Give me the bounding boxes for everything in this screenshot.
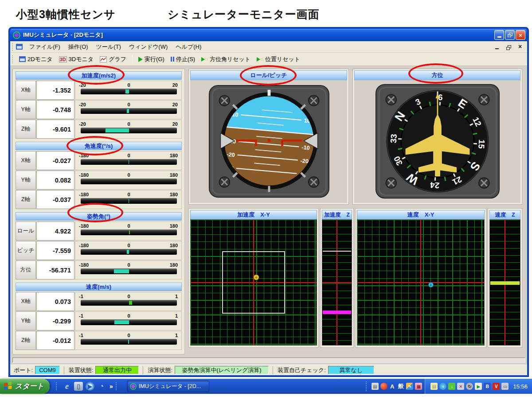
menubar-grip — [12, 43, 14, 51]
menu-tools[interactable]: ツール(T) — [92, 42, 125, 52]
menu-help[interactable]: ヘルプ(H) — [172, 42, 205, 52]
velocity-xy-plot: 速度 X-Y + — [355, 208, 486, 348]
compass-card-label: 33 — [389, 134, 399, 144]
back-arrow-icon[interactable]: ‹ — [439, 383, 446, 390]
mdi-close-button[interactable]: × — [516, 44, 524, 50]
gauge-row: X軸0.073-101 — [16, 292, 182, 311]
gauge-group-title: 速度(m/s) — [16, 283, 182, 291]
port-value: COM9 — [35, 366, 60, 374]
axis-value: -0.748 — [36, 100, 74, 119]
page-heading-right: シミュレーターモニター画面 — [168, 7, 320, 22]
bluetooth-icon[interactable]: B — [484, 383, 491, 390]
button-run[interactable]: 実行(G) — [135, 54, 168, 65]
gauge-row: ロール4.922-1800180 — [16, 221, 182, 241]
screw-icon — [386, 178, 396, 188]
notes-icon[interactable]: ▤ — [430, 383, 438, 390]
button-heading-reset[interactable]: ∷ 方位角リセット — [198, 54, 254, 65]
axis-gauge: -101 — [75, 292, 182, 311]
gauge-bar — [81, 198, 177, 204]
velocity-z-plot: 速度 Z — [488, 208, 522, 348]
accel-z-plot-area — [322, 219, 352, 346]
browser-icon[interactable]: ◔ — [97, 382, 106, 391]
quick-launch-overflow[interactable]: » — [110, 383, 113, 390]
titlebar[interactable]: IMUシミュレータ - [2Dモニタ] × — [10, 29, 527, 41]
accel-xy-plot-header: 加速度 X-Y — [190, 210, 317, 220]
gauge-row: Z軸-0.037-1800180 — [16, 190, 182, 209]
button-2d-monitor[interactable]: 2Dモニタ — [16, 54, 56, 65]
ime-toolbox-icon[interactable]: ▦ — [415, 383, 422, 390]
self-check-label: 装置自己チェック: — [278, 366, 326, 374]
app-icon — [130, 383, 137, 390]
button-stop[interactable]: 停止(S) — [168, 54, 198, 65]
gauge-row: Z軸-9.601-20020 — [16, 120, 182, 139]
monitor-2d-icon — [19, 56, 26, 62]
axis-gauge: -1800180 — [75, 260, 182, 280]
ime-palette-icon[interactable]: ✎ — [406, 383, 413, 390]
button-3d-monitor[interactable]: 3D 3Dモニタ — [56, 54, 97, 65]
network-status-icon[interactable]: ✕ — [457, 383, 464, 390]
play-icon — [138, 57, 143, 62]
taskbar-window-button[interactable]: IMUシミュレータ - [2D... — [127, 381, 209, 392]
axis-label: Z軸 — [16, 331, 36, 350]
gauge-row: Y軸-0.748-20020 — [16, 100, 182, 119]
velocity-z-plot-area — [489, 219, 520, 346]
menu-window[interactable]: ウィンドウ(W) — [125, 42, 172, 52]
gauge-bar — [81, 89, 177, 94]
device-status-value: 通常出力中 — [95, 366, 139, 374]
gauge-row: X軸-1.352-20020 — [16, 81, 182, 100]
page-heading-left: 小型3軸慣性センサ — [16, 7, 116, 22]
pause-icon — [171, 57, 174, 62]
button-position-reset[interactable]: ∷ 位置リセット — [254, 54, 303, 65]
toolbar-grip — [12, 55, 14, 63]
screw-icon — [479, 178, 489, 188]
ime-conversion-mode[interactable]: 般 — [397, 382, 404, 390]
minimize-button[interactable] — [494, 30, 504, 40]
axis-value: -0.037 — [36, 190, 74, 209]
menu-operation[interactable]: 操作(O) — [64, 42, 92, 52]
compass-card-label: 15 — [477, 139, 486, 149]
compass-indicator: N36E1215S2124W3033 — [354, 79, 520, 204]
accel-xy-plot: 加速度 X-Y + — [188, 208, 319, 348]
start-button[interactable]: スタート — [0, 379, 50, 394]
player-task-icon[interactable]: ▶ — [475, 383, 482, 390]
axis-gauge: -20020 — [75, 100, 182, 119]
screw-icon — [479, 94, 489, 105]
sync-icon[interactable]: ↻ — [466, 383, 473, 390]
gauge-group: 角速度(°/s)X軸-0.027-1800180Y軸0.082-1800180Z… — [16, 142, 182, 209]
close-button[interactable]: × — [516, 30, 525, 40]
gauge-group: 速度(m/s)X軸0.073-101Y軸-0.299-101Z軸-0.012-1… — [16, 283, 182, 350]
ie-icon[interactable]: e — [63, 382, 71, 391]
axis-value: -0.012 — [36, 331, 74, 350]
axis-label: 方位 — [16, 260, 36, 280]
accel-z-plot: 加速度 Z — [320, 208, 354, 348]
gauge-group-title: 角速度(°/s) — [16, 142, 182, 150]
media-player-icon[interactable]: ▶ — [86, 382, 94, 391]
axis-value: -56.371 — [36, 260, 74, 280]
gauge-bar — [81, 108, 177, 114]
mdi-minimize-button[interactable] — [493, 44, 501, 50]
screw-icon — [309, 95, 319, 105]
compass-panel: 方位 N36E1215S2124W3033 — [352, 69, 522, 205]
axis-value: -9.601 — [36, 120, 74, 139]
gauge-bar — [81, 249, 177, 255]
svg-text:-10: -10 — [301, 144, 310, 152]
vnc-icon[interactable]: V — [493, 383, 500, 390]
mdi-child-icon — [16, 44, 23, 50]
menu-file[interactable]: ファイル(F) — [25, 42, 64, 52]
keyboard-icon[interactable]: ▤ — [372, 383, 379, 390]
update-icon[interactable]: ↓ — [448, 383, 455, 390]
ime-input-mode[interactable]: A — [389, 383, 395, 390]
taskbar: スタート e ▯ ▶ ◔ » IMUシミュレータ - [2D... ▤ A 般 … — [0, 379, 532, 394]
display-icon[interactable]: ▭ — [501, 383, 509, 390]
gauge-row: 方位-56.371-1800180 — [16, 260, 182, 280]
graph-icon — [100, 56, 107, 62]
calc-status-value: 姿勢角演算中(レベリング演算) — [175, 366, 269, 374]
trackball-icon[interactable] — [380, 383, 387, 390]
gauge-group-title: 姿勢角(°) — [16, 212, 182, 221]
restore-button[interactable] — [505, 30, 515, 40]
axis-label: ロール — [16, 221, 36, 241]
mdi-restore-button[interactable] — [505, 44, 512, 50]
axis-value: -0.027 — [36, 151, 74, 170]
device-icon[interactable]: ▯ — [74, 382, 83, 391]
button-graph[interactable]: グラフ — [97, 54, 129, 65]
